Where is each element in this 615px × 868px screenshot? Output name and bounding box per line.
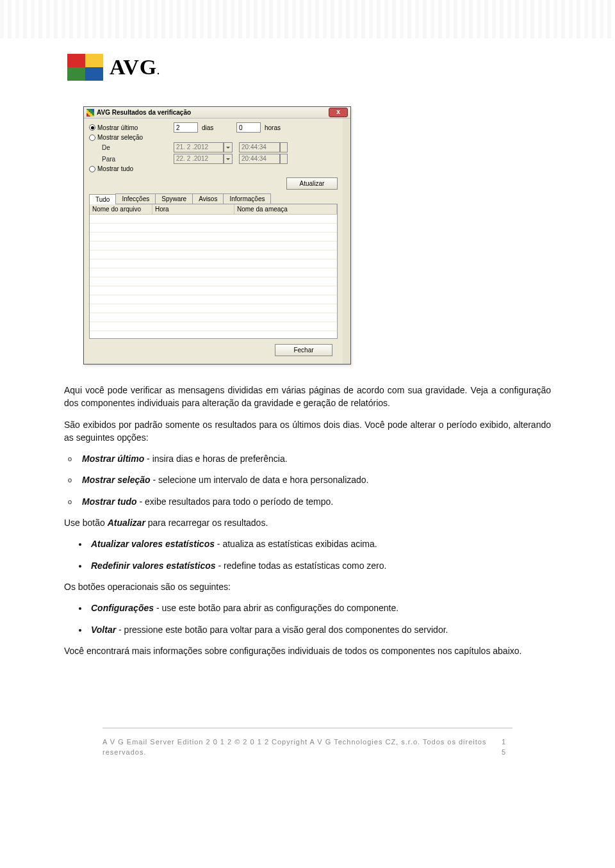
from-time-field: 20:44:34 xyxy=(239,142,280,152)
paragraph: Use botão Atualizar para recarregar os r… xyxy=(64,516,551,529)
list-item: Atualizar valores estatísticos - atualiz… xyxy=(88,537,551,550)
table-row xyxy=(90,268,337,277)
table-row xyxy=(90,233,337,242)
footer-page-number: 1 5 xyxy=(502,737,512,758)
radio-show-last[interactable] xyxy=(89,124,95,131)
col-time[interactable]: Hora xyxy=(152,204,234,215)
to-date-field: 22. 2 .2012 xyxy=(174,154,224,164)
col-threat[interactable]: Nome da ameaça xyxy=(234,204,337,215)
tab-warnings[interactable]: Avisos xyxy=(192,193,224,204)
from-time-spinner-icon[interactable] xyxy=(280,142,288,152)
list-item: Redefinir valores estatísticos - redefin… xyxy=(88,559,551,572)
document-body: Aqui você pode verificar as mensagens di… xyxy=(0,371,615,801)
list-item: Mostrar último - insira dias e horas de … xyxy=(82,452,551,465)
to-time-field: 20:44:34 xyxy=(239,154,280,164)
tab-info[interactable]: Informações xyxy=(223,193,271,204)
to-time-spinner-icon[interactable] xyxy=(280,154,288,164)
update-button[interactable]: Atualizar xyxy=(286,177,338,190)
table-row xyxy=(90,304,337,313)
table-row xyxy=(90,277,337,286)
from-label: De xyxy=(102,144,174,151)
page-footer: A V G Email Server Edition 2 0 1 2 © 2 0… xyxy=(102,728,512,776)
to-date-dropdown-icon[interactable] xyxy=(224,154,233,164)
dialog-title: AVG Resultados da verificação xyxy=(97,109,191,116)
table-row xyxy=(90,322,337,331)
app-icon xyxy=(86,109,94,117)
results-table: Nome do arquivo Hora Nome da ameaça xyxy=(89,204,338,339)
scan-results-dialog: AVG Resultados da verificação x Mostrar … xyxy=(83,106,351,364)
from-date-field: 21. 2 .2012 xyxy=(174,142,224,152)
dialog-right-edge xyxy=(343,119,350,364)
list-item: Voltar - pressione este botão para volta… xyxy=(88,623,551,636)
table-row xyxy=(90,250,337,259)
paragraph: Aqui você pode verificar as mensagens di… xyxy=(64,384,551,410)
list-item: Configurações - use este botão para abri… xyxy=(88,602,551,614)
avg-logo-icon xyxy=(67,54,103,81)
radio-show-all-label: Mostrar tudo xyxy=(97,165,133,172)
from-date-dropdown-icon[interactable] xyxy=(224,142,233,152)
table-row xyxy=(90,224,337,233)
list-item: Mostrar tudo - exibe resultados para tod… xyxy=(82,495,551,508)
days-input[interactable] xyxy=(174,122,198,133)
hours-input[interactable] xyxy=(236,122,261,133)
radio-show-selection-label: Mostrar seleção xyxy=(97,134,143,141)
close-button[interactable]: Fechar xyxy=(275,344,332,356)
table-row xyxy=(90,215,337,224)
dialog-titlebar: AVG Resultados da verificação x xyxy=(84,107,350,119)
to-label: Para xyxy=(102,156,174,163)
table-row xyxy=(90,286,337,295)
tab-spyware[interactable]: Spyware xyxy=(155,193,193,204)
radio-show-all[interactable] xyxy=(89,166,95,172)
footer-copyright: A V G Email Server Edition 2 0 1 2 © 2 0… xyxy=(102,737,502,758)
table-row xyxy=(90,313,337,322)
paragraph: Você encontrará mais informações sobre c… xyxy=(64,644,551,657)
col-filename[interactable]: Nome do arquivo xyxy=(90,204,152,215)
page-top-decoration xyxy=(0,0,615,38)
radio-show-last-label: Mostrar último xyxy=(97,124,138,131)
days-label: dias xyxy=(198,124,236,131)
table-row xyxy=(90,295,337,304)
tab-all[interactable]: Tudo xyxy=(89,194,116,204)
table-row xyxy=(90,242,337,250)
brand-name: AVG. xyxy=(107,55,160,79)
results-tabs: Tudo Infecções Spyware Avisos Informaçõe… xyxy=(89,193,338,204)
tab-infections[interactable]: Infecções xyxy=(115,193,156,204)
radio-show-selection[interactable] xyxy=(89,135,95,141)
paragraph: São exibidos por padrão somente os resul… xyxy=(64,418,551,445)
table-row xyxy=(90,259,337,268)
paragraph: Os botões operacionais são os seguintes: xyxy=(64,580,551,593)
window-close-button[interactable]: x xyxy=(329,108,348,117)
list-item: Mostrar seleção - selecione um intervalo… xyxy=(82,473,551,486)
hours-label: horas xyxy=(261,124,281,131)
brand-header: AVG. xyxy=(0,38,615,81)
